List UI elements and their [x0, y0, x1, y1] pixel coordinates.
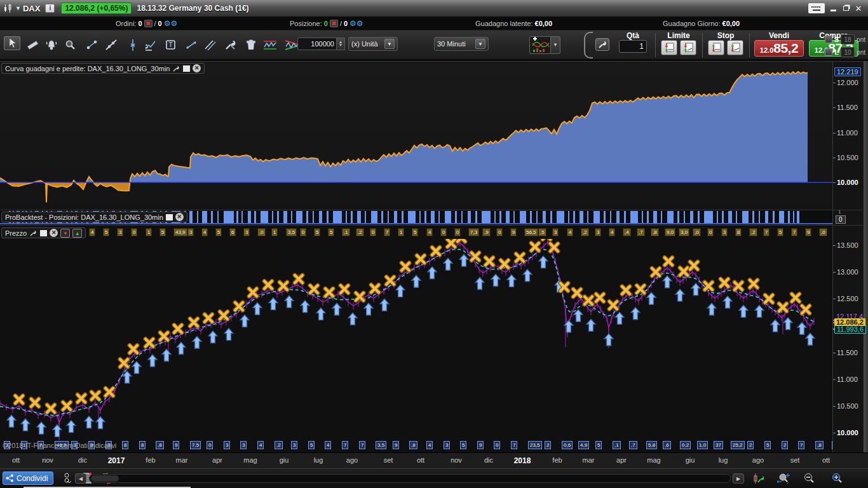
equity-curve-chart[interactable]	[0, 62, 832, 205]
trade-tag: 4	[426, 441, 433, 449]
equity-curve-panel[interactable]: Curva guadagni e perdite: DAX_16.30_LONG…	[0, 61, 868, 210]
stop-level-badge: 11.993,6	[834, 325, 866, 334]
h-scrollbar-track[interactable]	[89, 474, 731, 483]
maximize-icon[interactable]	[40, 230, 47, 236]
limit-checkbox[interactable]	[825, 48, 832, 56]
stop-label: Stop	[717, 31, 735, 40]
quantity-input[interactable]	[297, 37, 337, 50]
instrument-dropdown-caret[interactable]: ▼	[15, 5, 21, 11]
profit-tag: 1	[271, 228, 278, 236]
tools-settings-tool[interactable]	[222, 36, 239, 54]
profit-tag: 0	[131, 228, 137, 236]
segment-tool[interactable]	[84, 36, 100, 54]
text-tool[interactable]: T	[163, 36, 179, 54]
last-price-badge: 12.086,2	[834, 318, 865, 326]
quantity-stepper[interactable]: ▲▼	[337, 37, 345, 50]
profit-tag: 3	[117, 228, 123, 236]
right-scrollbar[interactable]	[863, 61, 868, 452]
share-button[interactable]: Condividi	[3, 471, 53, 485]
wrench-icon[interactable]	[172, 64, 180, 72]
axis-month-label: apr	[616, 456, 627, 464]
trade-tag: 5,8	[646, 441, 657, 449]
trade-tag: 2	[747, 441, 754, 449]
close-icon[interactable]: ✕	[50, 229, 58, 237]
minimize-button[interactable]	[829, 4, 837, 13]
position-settings-icon[interactable]: ⚙⚙	[349, 19, 363, 28]
profit-tag: 5	[412, 228, 418, 236]
sell-order-icon[interactable]: ▼	[60, 229, 70, 238]
buy-arrow-marker	[491, 274, 500, 287]
equity-panel-title: Curva guadagni e perdite: DAX_16.30_LONG…	[5, 65, 170, 72]
limit-pts-input[interactable]	[841, 47, 855, 57]
parallel-lines-tool[interactable]	[202, 36, 219, 54]
trash-tool[interactable]	[243, 36, 259, 54]
order-qty-input[interactable]	[619, 40, 647, 53]
restore-button[interactable]	[841, 4, 850, 12]
price-chart[interactable]	[0, 239, 832, 440]
profit-tag: 4	[201, 228, 208, 236]
close-position-icon[interactable]: ✖	[330, 20, 338, 27]
buy-arrow-marker	[604, 334, 613, 346]
order-settings-button[interactable]	[595, 38, 609, 51]
unit-select[interactable]: (x) Unità▼	[348, 37, 398, 51]
time-axis[interactable]: ottnovdic2017febmaraprmaggiulugagosetott…	[0, 452, 868, 468]
zoom-in-icon[interactable]	[830, 471, 844, 485]
percent-change-icon[interactable]	[61, 471, 75, 485]
zoom-out-icon[interactable]	[802, 471, 816, 485]
pattern-up-tool[interactable]	[262, 36, 278, 54]
add-indicator-button[interactable]	[529, 36, 551, 54]
h-scrollbar-thumb[interactable]	[91, 475, 119, 482]
stop-buy-order-button[interactable]	[727, 40, 743, 55]
alarm-bell-tool[interactable]	[43, 36, 60, 54]
position-count: 0	[324, 20, 328, 27]
ruler-tool[interactable]	[24, 36, 41, 54]
pointer-tool[interactable]	[4, 36, 20, 50]
close-icon[interactable]: ✕	[175, 213, 184, 221]
exit-cross-marker	[160, 332, 168, 340]
positions-y-axis: 1 0	[832, 210, 863, 226]
zoom-tool[interactable]	[62, 36, 79, 54]
panel-collapse-handle[interactable]	[584, 32, 593, 58]
stop-pts-input[interactable]	[841, 34, 855, 44]
sell-button[interactable]: 12.085,2	[754, 40, 804, 57]
trade-tag: 5	[460, 441, 466, 449]
trade-tag: 0,6	[562, 441, 573, 449]
axis-month-label: nov	[451, 456, 462, 464]
limit-sell-order-button[interactable]	[661, 40, 677, 55]
sell-label: Vendi	[769, 31, 789, 40]
close-icon[interactable]: ✕	[193, 64, 201, 72]
maximize-icon[interactable]	[166, 214, 173, 220]
buy-arrow-marker	[364, 303, 373, 315]
indicator-menu-caret[interactable]: ▼	[551, 36, 560, 54]
scroll-right-arrow[interactable]: ▶	[733, 473, 744, 484]
limit-buy-order-button[interactable]	[680, 40, 696, 55]
maximize-icon[interactable]	[183, 65, 190, 72]
buy-arrow-marker	[539, 256, 548, 268]
buy-arrow-marker	[412, 275, 421, 287]
window-titlebar[interactable]: ▼ DAX i 12.086,2 (+0,65%) 18.13.32 Germa…	[0, 0, 868, 17]
trendline-tool[interactable]	[103, 36, 119, 54]
chart-settings-icon[interactable]	[751, 471, 765, 485]
price-panel[interactable]: 945301543,934563,013,5055,1,207154007,3,…	[0, 225, 868, 452]
profit-tag: 7,3	[468, 228, 479, 236]
indicator-list-tool[interactable]	[142, 36, 159, 54]
keyboard-icon[interactable]	[808, 3, 825, 13]
backtest-positions-panel[interactable]: ProBacktest - Posizioni: DAX_16.30_LONG_…	[0, 210, 868, 225]
profit-tag: 43,9	[173, 228, 187, 236]
price-y-axis: 13.50013.00012.50011.50011.00010.50010.0…	[832, 226, 863, 453]
info-button[interactable]: i	[45, 4, 55, 13]
orders-settings-icon[interactable]: ⚙⚙	[164, 19, 178, 28]
zoom-fit-icon[interactable]	[776, 471, 790, 485]
limit-label: Limite	[667, 31, 689, 40]
scroll-left-arrow[interactable]: ◀	[75, 473, 86, 484]
wrench-icon[interactable]	[29, 229, 37, 237]
qty-label: Qtà	[627, 31, 639, 40]
close-button[interactable]: ✕	[854, 4, 863, 13]
stop-sell-order-button[interactable]	[708, 40, 724, 55]
buy-order-icon[interactable]: ▲	[72, 229, 82, 238]
vertical-line-tool[interactable]	[125, 36, 141, 54]
timeframe-select[interactable]: 30 Minuti▼	[434, 37, 489, 51]
extend-line-tool[interactable]	[183, 36, 200, 54]
stop-checkbox[interactable]	[825, 36, 832, 43]
cancel-orders-icon[interactable]: ✖	[144, 20, 153, 27]
